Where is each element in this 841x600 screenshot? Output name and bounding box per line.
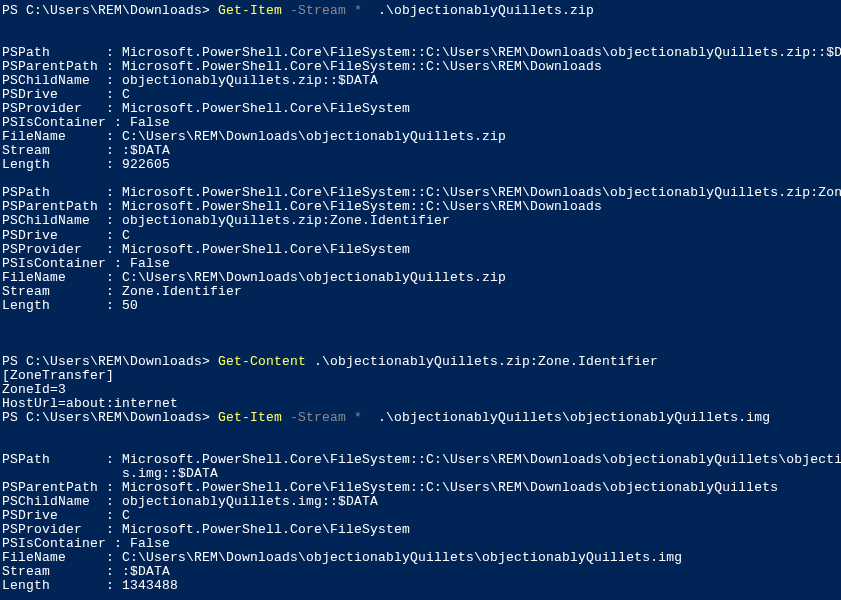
output-row: PSDrive : C [2, 229, 839, 243]
output-row: PSPath : Microsoft.PowerShell.Core\FileS… [2, 453, 839, 467]
output-block-1: PSPath : Microsoft.PowerShell.Core\FileS… [2, 46, 839, 172]
blank-line [2, 172, 839, 186]
field-value: Microsoft.PowerShell.Core\FileSystem [122, 522, 410, 537]
field-value: objectionablyQuillets.img::$DATA [122, 494, 378, 509]
output-row: PSChildName : objectionablyQuillets.img:… [2, 495, 839, 509]
output-row: PSProvider : Microsoft.PowerShell.Core\F… [2, 243, 839, 257]
field-value: :$DATA [122, 143, 170, 158]
field-label: PSPath [2, 185, 106, 200]
prompt-line-1: PS C:\Users\REM\Downloads> Get-Item -Str… [2, 4, 839, 18]
output-row: PSIsContainer : False [2, 257, 839, 271]
output-row: Stream : Zone.Identifier [2, 285, 839, 299]
field-value: False [130, 536, 170, 551]
output-row: PSParentPath : Microsoft.PowerShell.Core… [2, 200, 839, 214]
field-label: PSProvider [2, 242, 106, 257]
cmd-arg: .\objectionablyQuillets.zip [362, 3, 594, 18]
field-label: PSPath [2, 452, 106, 467]
cmd-arg: .\objectionablyQuillets\objectionablyQui… [362, 410, 770, 425]
field-value: C:\Users\REM\Downloads\objectionablyQuil… [122, 550, 682, 565]
field-label: Length [2, 157, 106, 172]
output-row: FileName : C:\Users\REM\Downloads\object… [2, 271, 839, 285]
field-value: C [122, 228, 130, 243]
output-row: FileName : C:\Users\REM\Downloads\object… [2, 551, 839, 565]
cmdlet-name: Get-Content [218, 354, 306, 369]
field-label: Stream [2, 564, 106, 579]
content-output-line: ZoneId=3 [2, 383, 839, 397]
output-block-2: PSPath : Microsoft.PowerShell.Core\FileS… [2, 186, 839, 312]
field-value: :$DATA [122, 564, 170, 579]
field-label: PSPath [2, 45, 106, 60]
field-value: Microsoft.PowerShell.Core\FileSystem::C:… [122, 45, 841, 60]
output-row: PSProvider : Microsoft.PowerShell.Core\F… [2, 102, 839, 116]
field-value: 50 [122, 298, 138, 313]
field-label: PSIsContainer [2, 256, 106, 271]
cmd-param: -Stream * [282, 3, 362, 18]
output-row: PSPath : Microsoft.PowerShell.Core\FileS… [2, 186, 839, 200]
output-row: PSPath : Microsoft.PowerShell.Core\FileS… [2, 46, 839, 60]
field-label: FileName [2, 270, 106, 285]
field-label: PSChildName [2, 494, 106, 509]
output-row: PSChildName : objectionablyQuillets.zip:… [2, 214, 839, 228]
field-label [2, 466, 106, 481]
cmdlet-name: Get-Item [218, 3, 282, 18]
field-label: PSParentPath [2, 199, 106, 214]
output-row: PSIsContainer : False [2, 116, 839, 130]
terminal-output[interactable]: PS C:\Users\REM\Downloads> Get-Item -Str… [2, 4, 839, 593]
field-label: PSIsContainer [2, 536, 106, 551]
output-row: PSParentPath : Microsoft.PowerShell.Core… [2, 60, 839, 74]
cmd-param: -Stream * [282, 410, 362, 425]
field-label: PSDrive [2, 87, 106, 102]
field-value: Microsoft.PowerShell.Core\FileSystem::C:… [122, 199, 602, 214]
output-row: FileName : C:\Users\REM\Downloads\object… [2, 130, 839, 144]
output-row: PSProvider : Microsoft.PowerShell.Core\F… [2, 523, 839, 537]
output-row: PSParentPath : Microsoft.PowerShell.Core… [2, 481, 839, 495]
field-value: objectionablyQuillets.zip::$DATA [122, 73, 378, 88]
field-value: Microsoft.PowerShell.Core\FileSystem::C:… [122, 185, 841, 200]
field-value: 922605 [122, 157, 170, 172]
output-row: Length : 50 [2, 299, 839, 313]
cmd-arg: .\objectionablyQuillets.zip:Zone.Identif… [306, 354, 658, 369]
blank-line [2, 439, 839, 453]
field-value: Microsoft.PowerShell.Core\FileSystem [122, 242, 410, 257]
field-label: PSParentPath [2, 480, 106, 495]
field-label: PSParentPath [2, 59, 106, 74]
field-value: 1343488 [122, 578, 178, 593]
output-row: PSIsContainer : False [2, 537, 839, 551]
field-value: Microsoft.PowerShell.Core\FileSystem::C:… [122, 480, 778, 495]
field-label: Stream [2, 284, 106, 299]
field-label: PSIsContainer [2, 115, 106, 130]
field-label: Length [2, 298, 106, 313]
field-label: FileName [2, 129, 106, 144]
field-value: Microsoft.PowerShell.Core\FileSystem [122, 101, 410, 116]
field-label: PSChildName [2, 73, 106, 88]
output-row: PSDrive : C [2, 88, 839, 102]
prompt-text: PS C:\Users\REM\Downloads> [2, 3, 218, 18]
field-label: PSProvider [2, 522, 106, 537]
field-value: C [122, 87, 130, 102]
field-value: Microsoft.PowerShell.Core\FileSystem::C:… [122, 452, 841, 467]
field-value: C [122, 508, 130, 523]
output-row: Length : 1343488 [2, 579, 839, 593]
field-value: Microsoft.PowerShell.Core\FileSystem::C:… [122, 59, 602, 74]
field-label: Length [2, 578, 106, 593]
output-row: Length : 922605 [2, 158, 839, 172]
blank-line [2, 313, 839, 327]
blank-line [2, 327, 839, 341]
content-output-line: [ZoneTransfer] [2, 369, 839, 383]
field-value: C:\Users\REM\Downloads\objectionablyQuil… [122, 129, 506, 144]
content-output-line: HostUrl=about:internet [2, 397, 839, 411]
prompt-text: PS C:\Users\REM\Downloads> [2, 354, 218, 369]
blank-line [2, 341, 839, 355]
output-row: PSDrive : C [2, 509, 839, 523]
output-block-3: PSPath : Microsoft.PowerShell.Core\FileS… [2, 453, 839, 593]
output-row: PSChildName : objectionablyQuillets.zip:… [2, 74, 839, 88]
blank-line [2, 32, 839, 46]
field-label: Stream [2, 143, 106, 158]
blank-line [2, 425, 839, 439]
prompt-line-3: PS C:\Users\REM\Downloads> Get-Item -Str… [2, 411, 839, 425]
cmdlet-name: Get-Item [218, 410, 282, 425]
output-row: Stream : :$DATA [2, 144, 839, 158]
blank-line [2, 18, 839, 32]
field-value: False [130, 115, 170, 130]
field-label: PSChildName [2, 213, 106, 228]
